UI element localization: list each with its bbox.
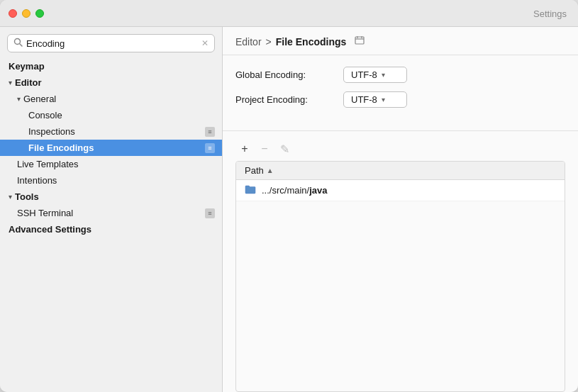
main-panel: Editor > File Encodings Global Encoding: [223, 27, 578, 392]
sort-asc-icon: ▲ [267, 167, 274, 174]
chevron-down-icon: ▾ [17, 95, 21, 103]
chevron-down-icon: ▾ [382, 71, 385, 79]
breadcrumb-icon [355, 35, 365, 47]
path-table: Path ▲ .../src/main/java [235, 161, 565, 392]
nav-item-advanced-settings[interactable]: Advanced Settings [0, 221, 222, 237]
inspections-badge: ≡ [205, 127, 215, 137]
traffic-lights [9, 9, 44, 18]
breadcrumb-current: File Encodings [276, 36, 347, 47]
global-encoding-value: UTF-8 [351, 69, 377, 80]
search-clear-button[interactable]: ✕ [201, 39, 209, 47]
project-encoding-value: UTF-8 [351, 94, 377, 105]
path-column-header: Path [245, 165, 264, 176]
add-button[interactable]: + [235, 140, 254, 158]
svg-rect-2 [355, 37, 364, 44]
divider [223, 130, 578, 131]
global-encoding-label: Global Encoding: [235, 69, 335, 80]
nav-item-keymap[interactable]: Keymap [0, 58, 222, 74]
nav-item-file-encodings[interactable]: File Encodings ≡ [0, 140, 222, 156]
ssh-terminal-badge: ≡ [205, 208, 215, 218]
global-encoding-row: Global Encoding: UTF-8 ▾ [235, 67, 565, 83]
settings-form: Global Encoding: UTF-8 ▾ Project Encodin… [223, 55, 578, 128]
close-button[interactable] [9, 9, 17, 18]
path-bold: java [309, 185, 327, 196]
nav-item-intentions[interactable]: Intentions [0, 172, 222, 189]
breadcrumb-parent: Editor [235, 36, 262, 47]
table-row[interactable]: .../src/main/java [236, 180, 565, 201]
svg-line-1 [20, 44, 22, 46]
global-encoding-dropdown[interactable]: UTF-8 ▾ [343, 67, 407, 83]
chevron-down-icon: ▾ [9, 193, 12, 201]
titlebar: Settings [0, 0, 578, 27]
nav-item-inspections[interactable]: Inspections ≡ [0, 123, 222, 140]
project-encoding-dropdown[interactable]: UTF-8 ▾ [343, 91, 407, 108]
chevron-down-icon: ▾ [9, 79, 12, 86]
svg-point-0 [15, 39, 21, 45]
nav-item-live-templates[interactable]: Live Templates [0, 156, 222, 172]
project-encoding-label: Project Encoding: [235, 94, 335, 105]
nav-item-console[interactable]: Console [0, 107, 222, 123]
file-encodings-badge: ≡ [205, 143, 215, 153]
breadcrumb-separator: > [266, 36, 272, 47]
nav-item-editor[interactable]: ▾ Editor [0, 74, 222, 91]
breadcrumb: Editor > File Encodings [223, 27, 578, 55]
table-toolbar: + − ✎ [223, 137, 578, 161]
path-prefix: .../src/main/java [262, 185, 328, 196]
maximize-button[interactable] [35, 9, 44, 18]
sidebar: ✕ Keymap ▾ Editor ▾ General Console Insp… [0, 27, 223, 392]
search-icon [13, 38, 23, 49]
table-header: Path ▲ [236, 162, 565, 180]
nav-item-tools[interactable]: ▾ Tools [0, 189, 222, 205]
folder-icon [245, 184, 256, 196]
settings-window: Settings ✕ Keymap ▾ Edi [0, 0, 578, 392]
content-area: ✕ Keymap ▾ Editor ▾ General Console Insp… [0, 27, 578, 392]
remove-button[interactable]: − [255, 140, 274, 158]
nav-item-general[interactable]: ▾ General [0, 91, 222, 107]
edit-button[interactable]: ✎ [275, 140, 294, 158]
project-encoding-row: Project Encoding: UTF-8 ▾ [235, 91, 565, 108]
chevron-down-icon: ▾ [382, 96, 385, 103]
search-box[interactable]: ✕ [7, 34, 215, 52]
search-input[interactable] [26, 38, 198, 49]
window-title: Settings [533, 8, 567, 18]
nav-item-ssh-terminal[interactable]: SSH Terminal ≡ [0, 205, 222, 221]
minimize-button[interactable] [22, 9, 30, 18]
